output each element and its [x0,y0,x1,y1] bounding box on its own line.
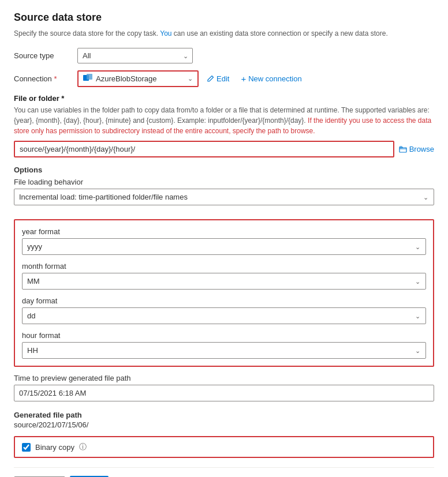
preview-section: Time to preview generated file path [14,374,434,401]
connection-label: Connection * [14,74,77,83]
generated-section: Generated file path source/2021/07/15/06… [14,411,434,429]
hour-format-label: hour format [22,331,426,340]
generated-value: source/2021/07/15/06/ [14,420,434,429]
blob-icon [83,74,92,84]
file-folder-section: File or folder * You can use variables i… [14,94,434,166]
options-label: Options [14,166,434,174]
preview-label: Time to preview generated file path [14,374,434,382]
file-folder-label: File or folder * [14,94,434,103]
file-loading-select-wrapper: Incremental load: time-partitioned folde… [14,189,434,205]
file-path-input[interactable] [14,141,394,157]
connection-required: * [54,74,57,83]
browse-button[interactable]: Browse [399,145,434,153]
year-format-select-wrapper: yyyy ⌄ [22,238,426,255]
source-type-label: Source type [14,51,77,60]
connection-chevron-icon: ⌄ [188,75,193,82]
svg-rect-2 [400,148,406,152]
new-connection-button[interactable]: + New connection [237,72,305,85]
format-section: year format yyyy ⌄ month format MM ⌄ day… [14,219,434,367]
file-loading-select[interactable]: Incremental load: time-partitioned folde… [14,189,434,205]
binary-copy-section: Binary copy ⓘ [14,436,434,458]
footer-divider [14,467,434,468]
connection-value: AzureBlobStorage [96,74,184,83]
month-format-select-wrapper: MM ⌄ [22,273,426,290]
generated-label: Generated file path [14,411,434,419]
binary-copy-label: Binary copy [35,443,74,452]
options-section: Options File loading behavior Incrementa… [14,166,434,213]
browse-icon [399,145,407,153]
preview-input[interactable] [14,385,434,401]
hour-format-row: hour format HH ⌄ [22,331,426,359]
year-format-select[interactable]: yyyy [22,238,426,255]
page-description: Specify the source data store for the co… [14,28,434,39]
day-format-row: day format dd ⌄ [22,296,426,324]
file-folder-required: * [61,94,64,103]
day-format-select-wrapper: dd ⌄ [22,307,426,324]
file-loading-label: File loading behavior [14,178,434,186]
file-path-row: Browse [14,141,434,157]
hour-format-select-wrapper: HH ⌄ [22,342,426,359]
day-format-label: day format [22,296,426,305]
month-format-select[interactable]: MM [22,273,426,290]
hour-format-select[interactable]: HH [22,342,426,359]
info-icon[interactable]: ⓘ [79,442,87,452]
source-type-select-wrapper: All ⌄ [77,48,193,63]
connection-display[interactable]: AzureBlobStorage ⌄ [77,70,199,87]
file-folder-desc: You can use variables in the folder path… [14,105,434,136]
month-format-row: month format MM ⌄ [22,262,426,290]
svg-rect-1 [87,74,92,80]
you-link[interactable]: You [160,29,171,37]
day-format-select[interactable]: dd [22,307,426,324]
year-format-label: year format [22,227,426,236]
edit-icon [207,75,214,82]
binary-copy-checkbox[interactable] [22,443,31,452]
month-format-label: month format [22,262,426,271]
year-format-row: year format yyyy ⌄ [22,227,426,255]
connection-row: Connection * AzureBlobStorage ⌄ Edit + N [14,70,434,87]
source-type-row: Source type All ⌄ [14,48,434,63]
page-title: Source data store [14,12,434,24]
connection-controls: AzureBlobStorage ⌄ Edit + New connection [77,70,305,87]
plus-icon: + [241,74,246,83]
source-type-select[interactable]: All [77,48,193,63]
edit-button[interactable]: Edit [203,72,233,85]
